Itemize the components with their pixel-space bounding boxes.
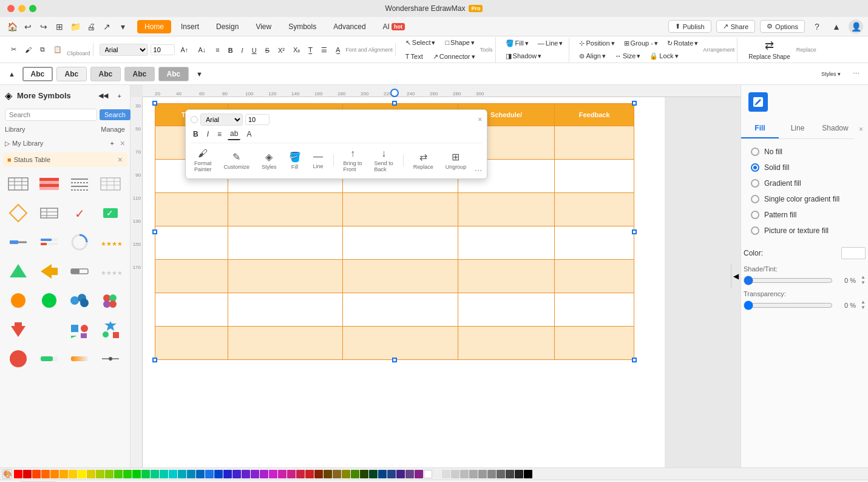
palette-gray2[interactable] [460,470,469,478]
collapse-icon[interactable]: ▲ [829,19,844,34]
handle-bm[interactable] [392,358,397,362]
style-swatch-1[interactable]: Abc [22,67,53,81]
italic-button[interactable]: I [238,45,247,56]
styles-expand-button[interactable]: Styles ▾ [818,69,844,79]
publish-button[interactable]: ⬆Publish [668,20,711,33]
help-icon[interactable]: ? [810,19,824,34]
palette-violet1[interactable] [232,470,241,478]
font-family-select[interactable]: Arial [100,44,148,56]
palette-yellowgreen[interactable] [96,470,104,478]
palette-red[interactable] [14,470,22,478]
ft-replace[interactable]: ⇄ Replace [410,149,437,172]
symbol-shapes-mixed[interactable] [66,316,93,343]
palette-redorange[interactable] [32,470,41,478]
palette-teal2[interactable] [160,470,168,478]
palette-gray1[interactable] [451,470,459,478]
home-icon[interactable]: 🏠 [5,19,19,34]
fill-option-solid[interactable]: Solid fill [748,160,861,175]
symbol-stars-rating[interactable]: ★★★★☆ [97,229,124,256]
style-swatch-2[interactable]: Abc [56,67,87,81]
symbol-shapes-star[interactable] [97,316,124,343]
styles-more-button[interactable]: ⋯ [849,68,863,80]
scroll-down-button[interactable]: ▼ [192,69,206,80]
group-button[interactable]: ⊞Group -▾ [620,38,662,49]
minimize-window-button[interactable] [18,5,25,12]
palette-gold[interactable] [87,470,95,478]
symbol-checkmark-red[interactable]: ✓ [66,200,93,226]
ft-fill[interactable]: 🪣 Fill [285,149,305,172]
symbol-progress-white[interactable] [66,258,93,285]
palette-lightblue2[interactable] [187,470,195,478]
rp-close-button[interactable]: × [854,120,868,138]
style-swatch-3[interactable]: Abc [90,67,121,81]
ft-italic-button[interactable]: I [205,129,211,140]
palette-blue1[interactable] [196,470,205,478]
symbol-table-1[interactable] [5,171,32,197]
palette-lightgray1[interactable] [433,470,441,478]
style-swatch-4[interactable]: Abc [124,67,155,81]
redo-icon[interactable]: ↪ [36,19,51,34]
text-format-button[interactable]: T̲ [305,44,316,56]
palette-blue3[interactable] [214,470,223,478]
canvas-area[interactable]: 20 40 60 80 100 120 140 160 180 200 220 … [131,85,741,467]
rotate-handle[interactable] [390,89,399,97]
my-library-section[interactable]: ▷ My Library + × [0,135,130,151]
symbol-stars-gray[interactable]: ★★★★★ [97,258,124,285]
dropdown-arrow[interactable]: ▾ [115,19,130,34]
palette-darkpurple[interactable] [405,470,414,478]
palette-blue2[interactable] [205,470,214,478]
status-table-section[interactable]: ■ Status Table × [2,152,127,167]
palette-navy1[interactable] [378,470,387,478]
palette-yellow[interactable] [69,470,77,478]
palette-darklime[interactable] [351,470,359,478]
fill-option-gradient[interactable]: Gradient fill [748,175,861,191]
ft-bold-button[interactable]: B [191,129,201,140]
list-button[interactable]: ☰ [317,44,331,56]
style-swatch-5[interactable]: Abc [158,67,189,81]
palette-darkorange[interactable] [50,470,59,478]
export-icon[interactable]: ↗ [100,19,114,34]
handle-tr[interactable] [632,101,637,106]
rotate-button[interactable]: ↻Rotate▾ [663,38,702,49]
fill-option-pattern[interactable]: Pattern fill [748,207,861,223]
symbol-loading-circle[interactable] [66,229,93,256]
palette-tan[interactable] [333,470,341,478]
palette-pink2[interactable] [287,470,296,478]
symbol-grid-outline[interactable] [97,171,124,197]
tab-symbols[interactable]: Symbols [281,20,324,33]
symbol-small-table[interactable] [36,200,63,226]
tab-advanced[interactable]: Advanced [326,20,373,33]
palette-green4[interactable] [141,470,150,478]
palette-pink1[interactable] [278,470,287,478]
ft-close-button[interactable]: × [478,115,482,124]
strikethrough-button[interactable]: S [262,45,273,56]
handle-tm[interactable] [392,101,397,106]
palette-darkgreen[interactable] [360,470,368,478]
transparency-slider[interactable] [744,300,833,310]
palette-cyan[interactable] [169,470,177,478]
ft-ungroup[interactable]: ⊞ Ungroup [442,149,470,172]
user-avatar[interactable]: 👤 [849,19,863,34]
search-input[interactable] [5,109,97,121]
rp-tab-fill[interactable]: Fill [741,119,779,138]
palette-magenta[interactable] [269,470,277,478]
fill-button[interactable]: 🪣Fill▾ [502,38,532,49]
ft-size-input[interactable] [245,114,270,125]
tab-insert[interactable]: Insert [174,20,206,33]
palette-violet2[interactable] [242,470,250,478]
palette-purple2[interactable] [260,470,268,478]
palette-darkgray1[interactable] [497,470,505,478]
expand-panel-button[interactable]: ◀ [731,264,741,288]
color-picker-button[interactable]: 🎨 [2,469,12,479]
handle-ml[interactable] [152,229,157,234]
palette-green3[interactable] [132,470,141,478]
ft-bring-front[interactable]: ↑ Bring toFront [340,146,366,175]
new-page-icon[interactable]: ⊞ [52,19,67,34]
lock-button[interactable]: 🔒Lock▾ [646,50,682,62]
close-status-table-button[interactable]: × [118,155,123,165]
rp-tab-line[interactable]: Line [779,119,816,138]
fill-option-single-gradient[interactable]: Single color gradient fill [748,191,861,207]
palette-forest[interactable] [369,470,378,478]
maximize-window-button[interactable] [29,5,36,12]
palette-plum[interactable] [415,470,423,478]
